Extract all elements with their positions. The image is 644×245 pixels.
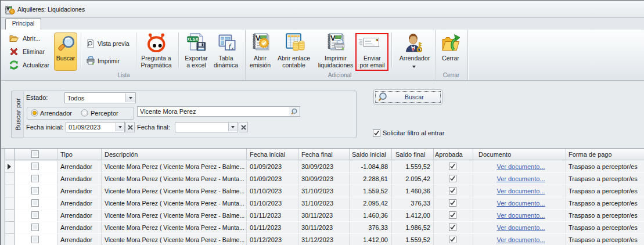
svg-text:V: V xyxy=(330,34,336,42)
svg-text:XLSX: XLSX xyxy=(187,37,199,41)
svg-text:x: x xyxy=(231,45,234,51)
